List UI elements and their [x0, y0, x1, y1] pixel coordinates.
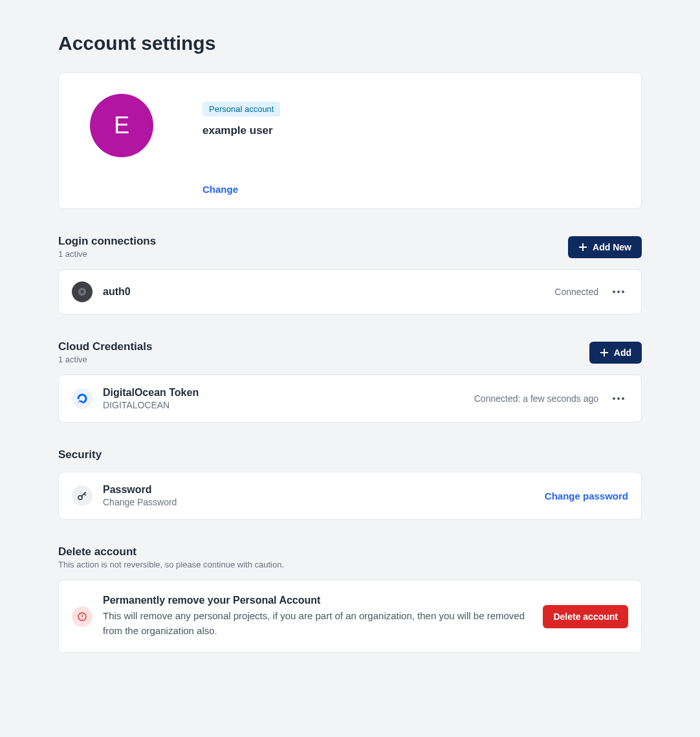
- svg-point-3: [81, 291, 84, 294]
- cloud-credential-item: DigitalOcean Token DIGITALOCEAN Connecte…: [58, 375, 642, 423]
- profile-card: E Personal account example user Change: [58, 72, 642, 209]
- cloud-credential-status: Connected: a few seconds ago: [474, 393, 598, 404]
- key-icon: [72, 485, 93, 506]
- digitalocean-icon: [72, 388, 93, 409]
- cloud-credential-provider: DIGITALOCEAN: [103, 400, 464, 410]
- svg-line-8: [84, 494, 85, 495]
- delete-account-title: Delete account: [58, 545, 642, 558]
- login-connections-header: Login connections 1 active Add New: [58, 235, 642, 259]
- alert-icon: [72, 606, 93, 627]
- add-cloud-credential-button[interactable]: Add: [589, 342, 642, 364]
- add-cloud-credential-label: Add: [614, 347, 631, 358]
- plus-icon: [578, 243, 587, 252]
- avatar: E: [90, 94, 153, 157]
- delete-warning-description: This will remove any personal projects, …: [103, 609, 532, 638]
- cloud-credentials-header: Cloud Credentials 1 active Add: [58, 340, 642, 364]
- security-password-item: Password Change Password Change password: [58, 472, 642, 520]
- auth0-icon: [72, 281, 93, 302]
- cloud-credential-more-button[interactable]: [609, 393, 628, 404]
- add-login-connection-label: Add New: [593, 242, 631, 252]
- login-connection-item: auth0 Connected: [58, 269, 642, 314]
- change-password-link[interactable]: Change password: [545, 490, 628, 501]
- login-connections-title: Login connections: [58, 235, 156, 248]
- login-connection-status: Connected: [554, 287, 598, 297]
- svg-point-11: [82, 618, 82, 619]
- delete-warning-title: Permanently remove your Personal Account: [103, 595, 532, 606]
- delete-account-button[interactable]: Delete account: [543, 605, 628, 628]
- cloud-credentials-count: 1 active: [58, 355, 152, 364]
- security-header: Security: [58, 448, 642, 461]
- cloud-credentials-title: Cloud Credentials: [58, 340, 152, 353]
- dots-icon: [613, 397, 615, 400]
- delete-account-card: Permanently remove your Personal Account…: [58, 580, 642, 653]
- add-login-connection-button[interactable]: Add New: [568, 236, 642, 258]
- delete-account-header: Delete account This action is not revers…: [58, 545, 642, 569]
- username: example user: [202, 124, 620, 137]
- password-title: Password: [103, 484, 534, 496]
- page-title: Account settings: [58, 32, 642, 54]
- account-type-badge: Personal account: [202, 102, 280, 116]
- delete-account-subtitle: This action is not reversible, so please…: [58, 560, 642, 569]
- login-connection-more-button[interactable]: [609, 287, 628, 297]
- change-profile-link[interactable]: Change: [202, 184, 238, 195]
- login-connections-count: 1 active: [58, 249, 156, 259]
- plus-icon: [600, 348, 609, 357]
- password-subtitle: Change Password: [103, 497, 534, 507]
- login-connection-name: auth0: [103, 286, 544, 298]
- dots-icon: [613, 291, 615, 293]
- cloud-credential-name: DigitalOcean Token: [103, 387, 464, 399]
- security-title: Security: [58, 448, 102, 461]
- avatar-initial: E: [114, 112, 129, 139]
